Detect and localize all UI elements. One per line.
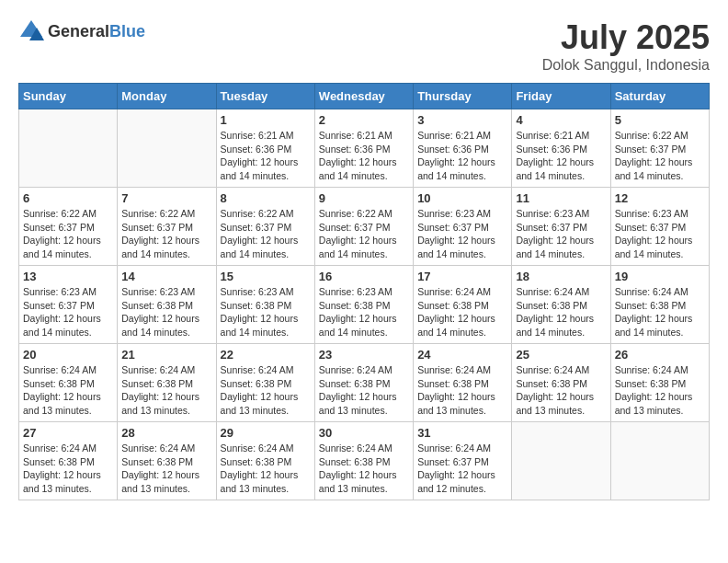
day-number: 12 [615,191,705,205]
week-row: 6Sunrise: 6:22 AM Sunset: 6:37 PM Daylig… [19,188,710,266]
week-row: 13Sunrise: 6:23 AM Sunset: 6:37 PM Dayli… [19,266,710,344]
day-info: Sunrise: 6:22 AM Sunset: 6:37 PM Dayligh… [121,207,211,261]
day-info: Sunrise: 6:24 AM Sunset: 6:37 PM Dayligh… [417,442,507,496]
weekday-header: Saturday [610,84,709,109]
calendar-cell: 19Sunrise: 6:24 AM Sunset: 6:38 PM Dayli… [610,266,709,344]
calendar-cell: 10Sunrise: 6:23 AM Sunset: 6:37 PM Dayli… [414,188,512,266]
day-number: 3 [417,113,507,127]
day-info: Sunrise: 6:24 AM Sunset: 6:38 PM Dayligh… [417,363,507,418]
day-number: 5 [615,113,705,127]
day-number: 25 [516,348,606,362]
weekday-header-row: SundayMondayTuesdayWednesdayThursdayFrid… [19,84,710,109]
day-number: 15 [221,270,311,283]
month-year-title: July 2025 [542,18,710,57]
title-section: July 2025 Dolok Sanggul, Indonesia [542,18,710,74]
calendar-cell: 26Sunrise: 6:24 AM Sunset: 6:38 PM Dayli… [610,344,709,422]
calendar-cell: 12Sunrise: 6:23 AM Sunset: 6:37 PM Dayli… [610,188,709,266]
calendar-cell: 28Sunrise: 6:24 AM Sunset: 6:38 PM Dayli… [118,422,216,500]
calendar-cell: 9Sunrise: 6:22 AM Sunset: 6:37 PM Daylig… [314,188,413,266]
day-number: 21 [121,348,211,362]
day-number: 20 [23,348,113,362]
day-info: Sunrise: 6:24 AM Sunset: 6:38 PM Dayligh… [615,285,705,339]
day-info: Sunrise: 6:22 AM Sunset: 6:37 PM Dayligh… [319,207,409,261]
day-number: 7 [121,191,211,205]
day-number: 17 [417,270,507,283]
day-info: Sunrise: 6:22 AM Sunset: 6:37 PM Dayligh… [615,129,705,183]
calendar-cell: 18Sunrise: 6:24 AM Sunset: 6:38 PM Dayli… [512,266,610,344]
day-info: Sunrise: 6:24 AM Sunset: 6:38 PM Dayligh… [516,285,606,339]
day-info: Sunrise: 6:22 AM Sunset: 6:37 PM Dayligh… [23,207,113,261]
day-info: Sunrise: 6:24 AM Sunset: 6:38 PM Dayligh… [319,442,409,496]
day-info: Sunrise: 6:21 AM Sunset: 6:36 PM Dayligh… [417,129,507,183]
calendar-cell: 11Sunrise: 6:23 AM Sunset: 6:37 PM Dayli… [512,188,610,266]
day-number: 18 [516,270,606,283]
calendar-cell: 22Sunrise: 6:24 AM Sunset: 6:38 PM Dayli… [216,344,314,422]
day-number: 31 [417,426,507,440]
day-number: 2 [319,113,409,127]
calendar-cell: 15Sunrise: 6:23 AM Sunset: 6:38 PM Dayli… [216,266,314,344]
day-info: Sunrise: 6:23 AM Sunset: 6:38 PM Dayligh… [319,285,409,339]
week-row: 27Sunrise: 6:24 AM Sunset: 6:38 PM Dayli… [19,422,710,500]
calendar-cell: 2Sunrise: 6:21 AM Sunset: 6:36 PM Daylig… [314,109,413,188]
day-info: Sunrise: 6:21 AM Sunset: 6:36 PM Dayligh… [221,129,311,183]
day-number: 4 [516,113,606,127]
day-info: Sunrise: 6:24 AM Sunset: 6:38 PM Dayligh… [23,442,113,496]
calendar-cell: 3Sunrise: 6:21 AM Sunset: 6:36 PM Daylig… [414,109,512,188]
calendar-cell: 20Sunrise: 6:24 AM Sunset: 6:38 PM Dayli… [19,344,118,422]
calendar-cell: 21Sunrise: 6:24 AM Sunset: 6:38 PM Dayli… [118,344,216,422]
calendar-cell [512,422,610,500]
calendar-cell: 7Sunrise: 6:22 AM Sunset: 6:37 PM Daylig… [118,188,216,266]
day-number: 16 [319,270,409,283]
calendar-cell [118,109,216,188]
day-number: 29 [221,426,311,440]
day-info: Sunrise: 6:23 AM Sunset: 6:38 PM Dayligh… [121,285,211,339]
day-number: 19 [615,270,705,283]
day-info: Sunrise: 6:21 AM Sunset: 6:36 PM Dayligh… [516,129,606,183]
calendar-cell: 4Sunrise: 6:21 AM Sunset: 6:36 PM Daylig… [512,109,610,188]
calendar-cell: 27Sunrise: 6:24 AM Sunset: 6:38 PM Dayli… [19,422,118,500]
day-number: 6 [23,191,113,205]
day-number: 11 [516,191,606,205]
calendar-cell [19,109,118,188]
day-number: 27 [23,426,113,440]
day-info: Sunrise: 6:24 AM Sunset: 6:38 PM Dayligh… [615,363,705,418]
day-number: 1 [221,113,311,127]
day-number: 14 [121,270,211,283]
day-number: 9 [319,191,409,205]
day-info: Sunrise: 6:24 AM Sunset: 6:38 PM Dayligh… [319,363,409,418]
day-info: Sunrise: 6:23 AM Sunset: 6:37 PM Dayligh… [615,207,705,261]
week-row: 20Sunrise: 6:24 AM Sunset: 6:38 PM Dayli… [19,344,710,422]
weekday-header: Wednesday [314,84,413,109]
weekday-header: Tuesday [216,84,314,109]
calendar-cell: 16Sunrise: 6:23 AM Sunset: 6:38 PM Dayli… [314,266,413,344]
day-number: 24 [417,348,507,362]
calendar-cell: 24Sunrise: 6:24 AM Sunset: 6:38 PM Dayli… [414,344,512,422]
day-number: 13 [23,270,113,283]
logo: GeneralBlue [18,18,145,44]
day-number: 22 [221,348,311,362]
calendar-cell: 6Sunrise: 6:22 AM Sunset: 6:37 PM Daylig… [19,188,118,266]
weekday-header: Monday [118,84,216,109]
day-info: Sunrise: 6:22 AM Sunset: 6:37 PM Dayligh… [221,207,311,261]
day-info: Sunrise: 6:24 AM Sunset: 6:38 PM Dayligh… [23,363,113,418]
calendar-cell: 17Sunrise: 6:24 AM Sunset: 6:38 PM Dayli… [414,266,512,344]
weekday-header: Friday [512,84,610,109]
weekday-header: Sunday [19,84,118,109]
calendar-cell: 31Sunrise: 6:24 AM Sunset: 6:37 PM Dayli… [414,422,512,500]
page-header: GeneralBlue July 2025 Dolok Sanggul, Ind… [18,18,710,74]
day-number: 26 [615,348,705,362]
calendar-cell: 23Sunrise: 6:24 AM Sunset: 6:38 PM Dayli… [314,344,413,422]
day-info: Sunrise: 6:24 AM Sunset: 6:38 PM Dayligh… [121,363,211,418]
day-number: 10 [417,191,507,205]
day-info: Sunrise: 6:23 AM Sunset: 6:37 PM Dayligh… [23,285,113,339]
logo-icon [18,18,44,44]
day-info: Sunrise: 6:24 AM Sunset: 6:38 PM Dayligh… [121,442,211,496]
calendar-cell: 1Sunrise: 6:21 AM Sunset: 6:36 PM Daylig… [216,109,314,188]
calendar-cell: 13Sunrise: 6:23 AM Sunset: 6:37 PM Dayli… [19,266,118,344]
calendar-cell: 5Sunrise: 6:22 AM Sunset: 6:37 PM Daylig… [610,109,709,188]
calendar-cell: 14Sunrise: 6:23 AM Sunset: 6:38 PM Dayli… [118,266,216,344]
day-number: 8 [221,191,311,205]
day-number: 28 [121,426,211,440]
day-info: Sunrise: 6:24 AM Sunset: 6:38 PM Dayligh… [417,285,507,339]
day-info: Sunrise: 6:21 AM Sunset: 6:36 PM Dayligh… [319,129,409,183]
